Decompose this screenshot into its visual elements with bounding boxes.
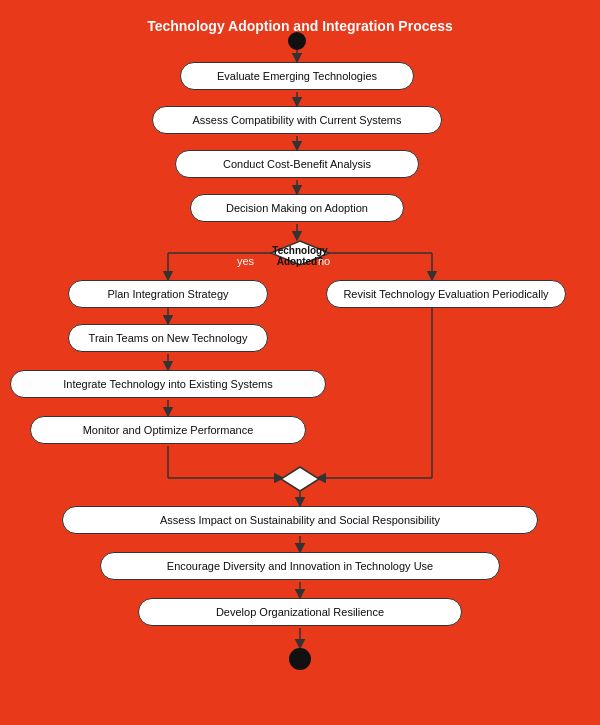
node-integrate: Integrate Technology into Existing Syste… <box>10 370 326 398</box>
node-plan-integration: Plan Integration Strategy <box>68 280 268 308</box>
no-label: no <box>318 255 330 267</box>
node-decision: Decision Making on Adoption <box>190 194 404 222</box>
node-cost-benefit: Conduct Cost-Benefit Analysis <box>175 150 419 178</box>
merge-diamond-container <box>280 466 320 492</box>
node-assess-impact: Assess Impact on Sustainability and Soci… <box>62 506 538 534</box>
node-encourage-diversity: Encourage Diversity and Innovation in Te… <box>100 552 500 580</box>
node-assess-compat: Assess Compatibility with Current System… <box>152 106 442 134</box>
end-terminal <box>289 648 311 670</box>
yes-label: yes <box>237 255 254 267</box>
node-monitor: Monitor and Optimize Performance <box>30 416 306 444</box>
node-evaluate: Evaluate Emerging Technologies <box>180 62 414 90</box>
svg-marker-22 <box>281 467 319 491</box>
node-train-teams: Train Teams on New Technology <box>68 324 268 352</box>
start-terminal <box>288 32 306 50</box>
node-develop-resilience: Develop Organizational Resilience <box>138 598 462 626</box>
diagram-title: Technology Adoption and Integration Proc… <box>0 8 600 34</box>
diagram-container: Technology Adoption and Integration Proc… <box>0 0 600 725</box>
node-revisit: Revisit Technology Evaluation Periodical… <box>326 280 566 308</box>
